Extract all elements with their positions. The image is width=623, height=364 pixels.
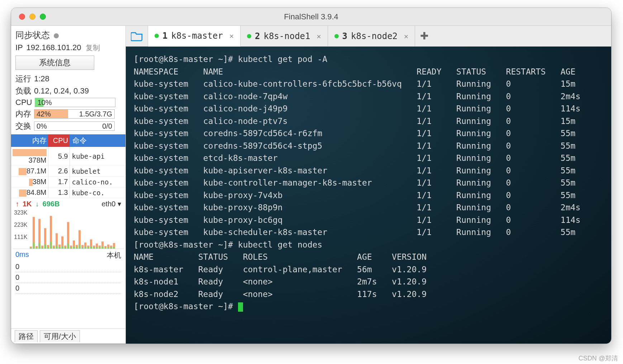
cpu-label: CPU [15, 98, 32, 107]
uptime-row: 运行 1:28 [11, 73, 125, 85]
close-icon[interactable]: ✕ [404, 32, 408, 40]
bottom-tabs: 路径 可用/大小 [11, 329, 125, 344]
tab-k8s-node1[interactable]: 2 k8s-node1✕ [241, 26, 328, 46]
svg-rect-49 [84, 247, 86, 249]
table-row[interactable]: 87.1M2.6kubelet [11, 166, 125, 177]
tab-k8s-master[interactable]: 1 k8s-master✕ [148, 26, 241, 47]
uptime-value: 1:28 [34, 74, 49, 83]
svg-rect-40 [58, 247, 61, 249]
svg-rect-34 [41, 247, 43, 249]
cpu-row: CPU 10% [11, 97, 125, 108]
svg-rect-45 [73, 246, 75, 249]
svg-rect-42 [64, 247, 66, 249]
net-up: 1K [23, 200, 32, 208]
sidebar: 同步状态 IP 192.168.101.20 复制 系统信息 运行 1:28 负… [11, 26, 126, 344]
svg-rect-55 [101, 246, 104, 249]
status-dot-icon [247, 34, 251, 38]
system-info-button[interactable]: 系统信息 [15, 56, 94, 70]
ping-local: 本机 [107, 250, 121, 260]
cpu-bar: 10% [35, 98, 115, 107]
svg-rect-33 [38, 243, 41, 249]
svg-rect-52 [93, 247, 95, 249]
list-item: 0 [15, 283, 121, 294]
svg-rect-47 [79, 245, 81, 249]
process-table: 内存 CPU 命令 378M5.9kube-api87.1M2.6kubelet… [11, 134, 125, 198]
svg-rect-39 [56, 245, 58, 249]
titlebar: FinalShell 3.9.4 [11, 8, 611, 26]
status-dot-icon [54, 33, 59, 38]
ip-value: 192.168.101.20 [27, 43, 81, 52]
net-down: 696B [43, 200, 60, 208]
window-title: FinalShell 3.9.4 [284, 12, 338, 21]
svg-rect-53 [96, 247, 98, 249]
svg-rect-57 [107, 247, 109, 249]
col-mem[interactable]: 内存 [11, 134, 48, 147]
svg-rect-38 [53, 247, 55, 249]
net-chart: 323K 223K 111K [13, 210, 124, 249]
col-cpu[interactable]: CPU [48, 134, 70, 147]
net-iface[interactable]: eth0 ▾ [102, 200, 122, 208]
ip-row: IP 192.168.101.20 复制 [11, 43, 125, 56]
status-dot-icon [154, 34, 159, 38]
close-icon[interactable]: ✕ [229, 32, 234, 40]
cpu-pct: 10% [35, 99, 54, 107]
svg-rect-50 [87, 247, 89, 249]
svg-rect-37 [50, 242, 52, 249]
svg-rect-31 [33, 243, 35, 249]
svg-rect-48 [81, 247, 84, 249]
ping-list: 000 [11, 262, 125, 294]
maximize-icon[interactable] [40, 14, 46, 20]
tab-path[interactable]: 路径 [15, 330, 38, 342]
close-icon[interactable] [19, 14, 25, 20]
uptime-label: 运行 [15, 73, 31, 84]
swap-bar: 0% 0/0 [34, 121, 115, 131]
ping-value: 0ms [15, 250, 29, 260]
svg-rect-59 [113, 247, 115, 249]
sync-label: 同步状态 [15, 30, 50, 40]
svg-rect-46 [76, 247, 78, 249]
svg-rect-51 [90, 246, 92, 249]
tab-size[interactable]: 可用/大小 [40, 330, 80, 342]
folder-button[interactable] [126, 26, 148, 46]
arrow-down-icon: ↓ [35, 200, 39, 208]
folder-icon [131, 31, 143, 41]
table-row[interactable]: 38M1.7calico-no. [11, 177, 125, 187]
ip-label: IP [15, 43, 23, 52]
close-icon[interactable]: ✕ [317, 32, 321, 40]
mem-used: 1.5G/3.7G [79, 110, 114, 118]
tabbar: 1 k8s-master✕2 k8s-node1✕3 k8s-node2✕ ✚ [126, 26, 611, 47]
mem-label: 内存 [15, 109, 31, 119]
svg-rect-36 [47, 247, 49, 249]
mem-pct: 42% [34, 110, 53, 118]
status-dot-icon [334, 34, 339, 38]
load-row: 负载 0.12, 0.24, 0.39 [11, 85, 125, 97]
col-cmd[interactable]: 命令 [70, 134, 125, 147]
svg-rect-44 [70, 247, 72, 249]
watermark: CSDN @郑清 [579, 354, 618, 363]
list-item: 0 [15, 272, 121, 283]
new-tab-button[interactable]: ✚ [415, 26, 433, 46]
list-item: 0 [15, 262, 121, 272]
mem-row: 内存 42% 1.5G/3.7G [11, 108, 125, 120]
copy-button[interactable]: 复制 [86, 44, 100, 52]
table-row[interactable]: 84.8M1.3kube-co. [11, 187, 125, 198]
tab-k8s-node2[interactable]: 3 k8s-node2✕ [328, 26, 415, 46]
svg-rect-32 [35, 248, 38, 249]
ping-row: 0ms 本机 [11, 249, 125, 262]
table-row[interactable]: 378M5.9kube-api [11, 147, 125, 166]
svg-rect-41 [61, 246, 63, 249]
swap-used: 0/0 [102, 122, 114, 130]
svg-rect-54 [99, 247, 101, 249]
arrow-up-icon: ↑ [15, 200, 19, 208]
sync-status: 同步状态 [11, 26, 125, 43]
load-label: 负载 [15, 86, 31, 96]
svg-rect-56 [104, 248, 106, 249]
swap-row: 交换 0% 0/0 [11, 120, 125, 132]
svg-rect-58 [110, 247, 112, 249]
terminal[interactable]: [root@k8s-master ~]# kubectl get pod -A … [126, 47, 611, 344]
net-row: ↑1K ↓696B eth0 ▾ [11, 198, 125, 210]
minimize-icon[interactable] [29, 14, 35, 20]
swap-pct: 0% [34, 122, 49, 130]
load-value: 0.12, 0.24, 0.39 [34, 86, 89, 96]
svg-rect-35 [44, 245, 46, 249]
